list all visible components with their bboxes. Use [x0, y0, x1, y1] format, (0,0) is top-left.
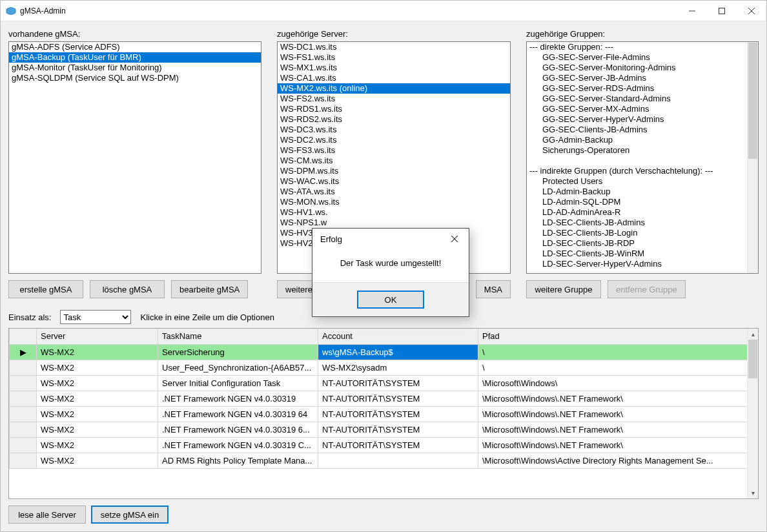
groups-scrollbar-thumb[interactable]	[748, 43, 757, 159]
cell-account[interactable]: ws\gMSA-Backup$	[318, 344, 478, 360]
cell-account[interactable]: NT-AUTORITÄT\SYSTEM	[318, 437, 478, 453]
group-item[interactable]: Sicherungs-Operatoren	[527, 145, 747, 156]
server-item[interactable]: WS-HV1.ws.	[278, 207, 510, 218]
cell-server[interactable]: WS-MX2	[37, 391, 158, 406]
gmsa-item[interactable]: gMSA-SQLDPM (Service SQL auf WS-DPM)	[9, 73, 261, 83]
gmsa-item[interactable]: gMSA-Backup (TaskUser für BMR)	[9, 52, 261, 63]
cell-pfad[interactable]: \	[478, 344, 758, 360]
server-item[interactable]: WS-MON.ws.its	[278, 197, 510, 207]
cell-pfad[interactable]: \Microsoft\Windows\.NET Framework\	[478, 406, 758, 422]
cell-server[interactable]: WS-MX2	[37, 422, 158, 437]
cell-account[interactable]	[318, 453, 478, 468]
edit-gmsa-button[interactable]: bearbeite gMSA	[171, 280, 248, 298]
scroll-down-icon[interactable]: ▾	[748, 487, 758, 498]
gmsa-item[interactable]: gMSA-Monitor (TaskUser für Monitoring)	[9, 63, 261, 73]
table-row[interactable]: WS-MX2.NET Framework NGEN v4.0.30319 C..…	[10, 437, 758, 453]
more-group-button[interactable]: weitere Gruppe	[526, 280, 601, 298]
minimize-button[interactable]	[677, 1, 707, 21]
group-item[interactable]: Protected Users	[527, 176, 747, 187]
group-item[interactable]: LD-Admin-SQL-DPM	[527, 197, 747, 207]
group-item[interactable]: LD-SEC-Clients-JB-Admins	[527, 218, 747, 228]
cell-account[interactable]: NT-AUTORITÄT\SYSTEM	[318, 422, 478, 437]
cell-task[interactable]: .NET Framework NGEN v4.0.30319 6...	[158, 422, 318, 437]
server-item[interactable]: WS-DC1.ws.its	[278, 42, 510, 52]
server-item[interactable]: WS-ATA.ws.its	[278, 187, 510, 197]
set-gmsa-button[interactable]: setze gMSA ein	[91, 506, 169, 524]
table-row[interactable]: WS-MX2AD RMS Rights Policy Template Mana…	[10, 453, 758, 468]
col-header-server[interactable]: Server	[37, 329, 158, 344]
cell-task[interactable]: Server Initial Configuration Task	[158, 375, 318, 391]
grid-vscroll[interactable]: ▴ ▾	[747, 329, 758, 498]
groups-listbox[interactable]: --- direkte Gruppen: ---GG-SEC-Server-Fi…	[526, 41, 759, 274]
cell-pfad[interactable]: \Microsoft\Windows\Active Directory Righ…	[478, 453, 758, 468]
table-row[interactable]: WS-MX2.NET Framework NGEN v4.0.30319 64N…	[10, 406, 758, 422]
table-row[interactable]: ▶WS-MX2ServerSicherungws\gMSA-Backup$\	[10, 344, 758, 360]
cell-task[interactable]: .NET Framework NGEN v4.0.30319	[158, 391, 318, 406]
dialog-ok-button[interactable]: OK	[357, 291, 424, 309]
server-item[interactable]: WS-FS1.ws.its	[278, 52, 510, 63]
cell-account[interactable]: NT-AUTORITÄT\SYSTEM	[318, 406, 478, 422]
server-item[interactable]: WS-RDS1.ws.its	[278, 104, 510, 114]
cell-server[interactable]: WS-MX2	[37, 406, 158, 422]
cell-account[interactable]: NT-AUTORITÄT\SYSTEM	[318, 391, 478, 406]
delete-gmsa-button[interactable]: lösche gMSA	[90, 280, 165, 298]
server-item[interactable]: WS-CA1.ws.its	[278, 73, 510, 83]
cell-task[interactable]: ServerSicherung	[158, 344, 318, 360]
group-item[interactable]: GG-SEC-Server-MX-Admins	[527, 104, 747, 114]
server-item[interactable]: WS-RDS2.ws.its	[278, 114, 510, 125]
group-item[interactable]: GG-SEC-Server-HyperV-Admins	[527, 114, 747, 125]
server-item[interactable]: WS-FS3.ws.its	[278, 145, 510, 156]
cell-pfad[interactable]: \	[478, 360, 758, 375]
create-gmsa-button[interactable]: erstelle gMSA	[8, 280, 83, 298]
server-item[interactable]: WS-DC2.ws.its	[278, 135, 510, 145]
more-server-button-right[interactable]: MSA	[476, 280, 511, 298]
group-item[interactable]: GG-SEC-Server-RDS-Admins	[527, 83, 747, 94]
server-item[interactable]: WS-FS2.ws.its	[278, 94, 510, 104]
task-grid[interactable]: Server TaskName Account Pfad ▶WS-MX2Serv…	[8, 328, 759, 499]
cell-task[interactable]: .NET Framework NGEN v4.0.30319 C...	[158, 437, 318, 453]
table-row[interactable]: WS-MX2User_Feed_Synchronization-{A6AB57.…	[10, 360, 758, 375]
einsatz-select[interactable]: Task	[60, 310, 131, 324]
group-item[interactable]: GG-SEC-Server-File-Admins	[527, 52, 747, 63]
cell-server[interactable]: WS-MX2	[37, 453, 158, 468]
group-item[interactable]: GG-SEC-Server-Monitoring-Admins	[527, 63, 747, 73]
cell-pfad[interactable]: \Microsoft\Windows\	[478, 375, 758, 391]
group-item[interactable]: --- direkte Gruppen: ---	[527, 42, 747, 52]
group-item[interactable]	[527, 156, 747, 166]
grid-scroll-thumb[interactable]	[748, 340, 757, 378]
group-item[interactable]: GG-SEC-Server-Standard-Admins	[527, 94, 747, 104]
gmsa-listbox[interactable]: gMSA-ADFS (Service ADFS)gMSA-Backup (Tas…	[8, 41, 261, 274]
server-item[interactable]: WS-CM.ws.its	[278, 156, 510, 166]
group-item[interactable]: GG-SEC-Server-JB-Admins	[527, 73, 747, 83]
dialog-close-button[interactable]	[443, 230, 466, 248]
group-item[interactable]: LD-SEC-Clients-JB-WinRM	[527, 249, 747, 259]
cell-server[interactable]: WS-MX2	[37, 437, 158, 453]
group-item[interactable]: LD-AD-AdminArea-R	[527, 207, 747, 218]
maximize-button[interactable]	[707, 1, 737, 21]
scroll-up-icon[interactable]: ▴	[748, 329, 758, 340]
cell-account[interactable]: WS-MX2\sysadm	[318, 360, 478, 375]
server-item[interactable]: WS-DPM.ws.its	[278, 166, 510, 176]
groups-scrollbar[interactable]	[747, 42, 758, 273]
col-header-task[interactable]: TaskName	[158, 329, 318, 344]
cell-pfad[interactable]: \Microsoft\Windows\.NET Framework\	[478, 422, 758, 437]
cell-pfad[interactable]: \Microsoft\Windows\.NET Framework\	[478, 391, 758, 406]
gmsa-item[interactable]: gMSA-ADFS (Service ADFS)	[9, 42, 261, 52]
server-item[interactable]: WS-DC3.ws.its	[278, 125, 510, 135]
server-item[interactable]: WS-WAC.ws.its	[278, 176, 510, 187]
server-item[interactable]: WS-MX1.ws.its	[278, 63, 510, 73]
server-item[interactable]: WS-MX2.ws.its (online)	[278, 83, 510, 94]
group-item[interactable]: --- indirekte Gruppen (durch Verschachte…	[527, 166, 747, 176]
col-header-pfad[interactable]: Pfad	[478, 329, 758, 344]
cell-task[interactable]: .NET Framework NGEN v4.0.30319 64	[158, 406, 318, 422]
group-item[interactable]: LD-Admin-Backup	[527, 187, 747, 197]
table-row[interactable]: WS-MX2Server Initial Configuration TaskN…	[10, 375, 758, 391]
cell-task[interactable]: AD RMS Rights Policy Template Mana...	[158, 453, 318, 468]
table-row[interactable]: WS-MX2.NET Framework NGEN v4.0.30319NT-A…	[10, 391, 758, 406]
cell-pfad[interactable]: \Microsoft\Windows\.NET Framework\	[478, 437, 758, 453]
close-button[interactable]	[737, 1, 766, 21]
group-item[interactable]: GG-SEC-Clients-JB-Admins	[527, 125, 747, 135]
table-row[interactable]: WS-MX2.NET Framework NGEN v4.0.30319 6..…	[10, 422, 758, 437]
cell-task[interactable]: User_Feed_Synchronization-{A6AB57...	[158, 360, 318, 375]
group-item[interactable]: LD-SEC-Clients-JB-RDP	[527, 238, 747, 249]
